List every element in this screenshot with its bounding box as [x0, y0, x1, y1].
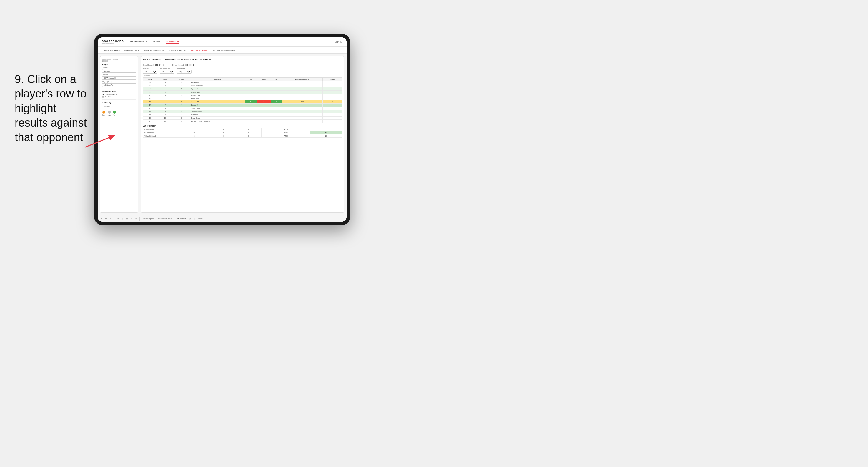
overall-record: Overall Record: 353 - 34 - 6: [143, 62, 164, 67]
division-label: Division: [102, 74, 136, 75]
opponents-label: Opponents:: [143, 75, 342, 76]
toolbar-undo[interactable]: ↩: [100, 217, 103, 220]
toolbar-export[interactable]: ↗: [130, 217, 133, 220]
col-rounds: Rounds: [322, 78, 342, 81]
col-diff: Diff Av Strokes/Rnd: [282, 78, 323, 81]
tablet-frame: SCOREBOARD Powered by clippd TOURNAMENTS…: [94, 34, 350, 225]
colour-up: Up: [113, 111, 116, 116]
table-row[interactable]: 613Sydney Kuo: [143, 87, 342, 91]
toolbar-grid-collapse[interactable]: ⊟: [193, 217, 196, 220]
radio-top100[interactable]: [102, 96, 104, 98]
record-row: Overall Record: 353 - 34 - 6 Division Re…: [143, 62, 342, 67]
table-row[interactable]: 1474Eunice Yi: [143, 103, 342, 107]
col-reg: # Reg: [157, 78, 173, 81]
sub-nav-player-h2h-heatmap[interactable]: PLAYER H2H HEATMAP: [211, 49, 237, 53]
out-of-division-table: Foreign Team 100 4.5002 NAIA Division 1 …: [143, 128, 342, 138]
toolbar-refresh[interactable]: ⟳: [109, 217, 112, 220]
toolbar-cut[interactable]: ✂: [117, 217, 120, 220]
colour-legend: Down Level Up: [102, 111, 136, 116]
toolbar-copy[interactable]: ⊡: [121, 217, 124, 220]
out-of-division-title: Out of division: [143, 125, 342, 127]
sub-nav-team-h2h-heatmap[interactable]: TEAM H2H HEATMAP: [142, 49, 166, 53]
toolbar-target[interactable]: ⊙: [134, 217, 137, 220]
division-record: Division Record: 331 - 34 - 6: [173, 62, 194, 67]
table-row[interactable]: 1822Euna Lee: [143, 113, 342, 117]
opponent-filter-group: Opponent (All): [177, 68, 191, 73]
out-row-naia[interactable]: NAIA Division 1 1500 9.26730: [143, 131, 342, 134]
highlighted-row[interactable]: 1311Jessica Huang 010-3.002: [143, 100, 342, 103]
annotation-block: 9. Click on a player's row to highlight …: [15, 72, 88, 145]
table-row[interactable]: 522Alexis Sudjianto: [143, 84, 342, 87]
conference-filter-group: Conference (All): [160, 68, 175, 73]
toolbar-view-original[interactable]: View: Original: [142, 217, 154, 220]
table-row[interactable]: 19106Emily Chang: [143, 117, 342, 120]
table-row[interactable]: 1585Stella Cheng: [143, 107, 342, 110]
colour-label-up: Up: [114, 114, 115, 116]
sub-nav: TEAM SUMMARY TEAM H2H GRID TEAM H2H HEAT…: [98, 47, 347, 54]
nav-tournaments[interactable]: TOURNAMENTS: [130, 40, 147, 44]
opponent-view-title: Opponent view: [102, 91, 136, 93]
toolbar-grid-expand[interactable]: ⊞: [188, 217, 191, 220]
col-opponent: Opponent: [190, 78, 245, 81]
colour-dot-level: [108, 111, 111, 114]
table-row[interactable]: 12Heeju Hyun: [143, 97, 342, 100]
table-row[interactable]: 914Sharon Mun: [143, 91, 342, 94]
col-div: # Div: [143, 78, 157, 81]
right-panel: Katelyn Vo Head-to-Head Grid for Women's…: [141, 56, 344, 213]
colour-level: Level: [108, 111, 111, 116]
radio-opponents-played-row: Opponents Played: [102, 94, 136, 95]
toolbar-sep3: [174, 217, 175, 221]
table-row[interactable]: 1063Andrea York: [143, 94, 342, 97]
gender-select[interactable]: Women's: [102, 69, 136, 73]
sub-nav-player-h2h-grid[interactable]: PLAYER H2H GRID: [189, 48, 211, 53]
region-filter-group: Region (All): [143, 68, 157, 73]
grid-title: Katelyn Vo Head-to-Head Grid for Women's…: [143, 58, 342, 61]
sub-nav-team-summary[interactable]: TEAM SUMMARY: [102, 49, 122, 53]
annotation-text: 9. Click on a player's row to highlight …: [15, 72, 88, 145]
colour-by-title: Colour by: [102, 101, 136, 103]
division-select[interactable]: NCAA Division III: [102, 76, 136, 80]
table-row[interactable]: 20117Federica Domecq Lacroze: [143, 120, 342, 123]
toolbar: ↩ ↪ ⟳ ✂ ⊡ ⊡ ↗ ⊙ View: Original Save Cust…: [98, 215, 347, 222]
toolbar-watch[interactable]: 👁 Watch ▾: [177, 217, 187, 220]
sign-out-link[interactable]: Sign out: [332, 41, 342, 43]
toolbar-redo[interactable]: ↪: [104, 217, 108, 220]
player-rank-select[interactable]: 8. Katelyn Vo: [102, 83, 136, 87]
toolbar-paste[interactable]: ⊡: [125, 217, 129, 220]
radio-top100-label: Top 100: [105, 96, 111, 98]
toolbar-sep2: [140, 217, 140, 221]
colour-dot-down: [102, 111, 105, 114]
sub-nav-player-summary[interactable]: PLAYER SUMMARY: [166, 49, 189, 53]
top-nav: SCOREBOARD Powered by clippd TOURNAMENTS…: [98, 37, 347, 47]
out-row-foreign[interactable]: Foreign Team 100 4.5002: [143, 128, 342, 131]
toolbar-share[interactable]: Share: [197, 217, 204, 220]
left-panel: Last Updated: 27/03/2024 16:55:38 Player…: [100, 56, 138, 213]
sub-nav-team-h2h-grid[interactable]: TEAM H2H GRID: [122, 49, 142, 53]
timestamp: Last Updated: 27/03/2024 16:55:38: [102, 58, 136, 62]
nav-committee[interactable]: COMMITTEE: [166, 40, 180, 44]
col-conf: # Conf: [173, 78, 190, 81]
col-tie: Tie: [271, 78, 282, 81]
player-rank-label: Player (Rank): [102, 81, 136, 83]
conference-filter[interactable]: (All): [160, 70, 175, 73]
filter-row: Region (All) Conference (All) Opponent (…: [143, 68, 342, 73]
colour-by-select[interactable]: Win/loss: [102, 105, 136, 108]
out-row-ncaa2[interactable]: NCAA Division 2 500 7.40010: [143, 134, 342, 138]
radio-opponents-label: Opponents Played: [105, 94, 118, 95]
radio-top100-row: Top 100: [102, 96, 136, 98]
radio-opponents-played[interactable]: [102, 94, 104, 95]
table-row[interactable]: 331Esther Lee: [143, 81, 342, 84]
table-row[interactable]: 1691Jessica Mason: [143, 110, 342, 113]
nav-links: TOURNAMENTS TEAMS COMMITTEE: [130, 40, 332, 44]
region-filter[interactable]: (All): [143, 70, 157, 73]
nav-teams[interactable]: TEAMS: [153, 40, 161, 44]
opponent-filter[interactable]: (All): [177, 70, 191, 73]
table-header: # Div # Reg # Conf Opponent Win Loss Tie…: [143, 78, 342, 81]
toolbar-save-custom[interactable]: Save Custom View: [156, 217, 173, 220]
colour-down: Down: [102, 111, 106, 116]
logo-sub: Powered by clippd: [102, 43, 124, 44]
logo-area: SCOREBOARD Powered by clippd: [102, 40, 124, 44]
colour-label-level: Level: [108, 114, 111, 116]
gender-label: Gender: [102, 67, 136, 68]
col-loss: Loss: [257, 78, 271, 81]
